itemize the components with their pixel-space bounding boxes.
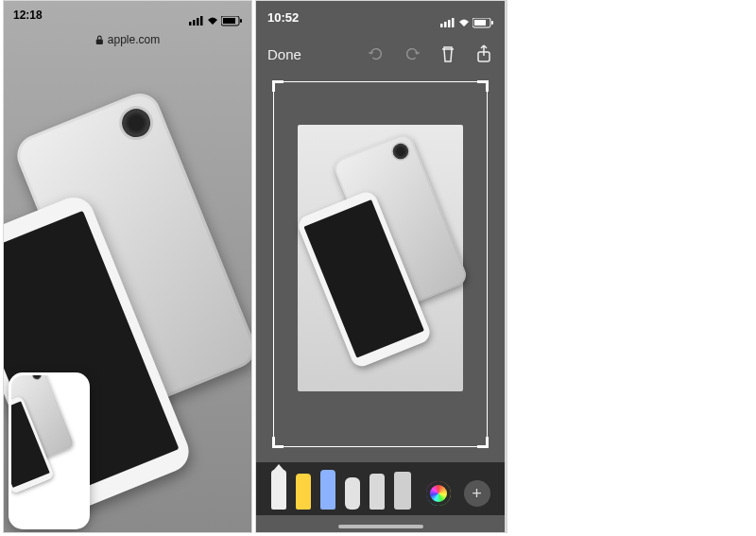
screenshot-panel-safari: 12:18 apple.com [3,0,252,533]
undo-button[interactable] [367,44,386,63]
pen-tool[interactable] [271,470,286,510]
url-host: apple.com [108,33,160,46]
markup-tool-palette: + [256,462,505,515]
svg-rect-11 [452,18,455,27]
highlighter-tool[interactable] [296,474,311,510]
svg-rect-1 [193,20,196,26]
crop-handle-bl[interactable] [272,437,284,448]
screenshot-thumbnail[interactable] [11,375,87,527]
screenshot-panel-fullpage: 5:04 Done Screen Full Page 5:04 ••• ▂▅ [506,0,507,533]
svg-rect-10 [448,20,451,27]
delete-button[interactable] [438,44,457,63]
svg-rect-13 [491,21,493,25]
address-bar[interactable]: apple.com [95,33,160,46]
status-bar: 10:52 [256,1,505,35]
ruler-tool[interactable] [394,472,411,510]
svg-rect-2 [197,18,199,26]
lasso-tool[interactable] [369,474,385,510]
cellular-icon [189,16,204,26]
wifi-icon [457,18,471,27]
share-button[interactable] [474,44,493,63]
svg-rect-9 [444,22,447,27]
crop-handle-tr[interactable] [477,80,489,92]
status-indicators [189,9,242,33]
crop-handle-br[interactable] [477,437,489,448]
svg-rect-6 [223,18,235,24]
svg-rect-7 [96,39,103,43]
redo-button[interactable] [403,44,421,63]
crop-frame[interactable] [273,81,488,447]
lock-icon [95,35,104,45]
done-button[interactable]: Done [267,46,301,62]
add-shape-button[interactable]: + [464,480,490,507]
markup-tool-palette: + [507,466,507,519]
home-indicator[interactable] [338,525,423,528]
status-bar: 12:18 [4,1,251,33]
svg-rect-14 [474,20,486,26]
svg-rect-0 [189,22,192,26]
markup-toolbar: Done [256,35,505,73]
status-bar: 5:04 [507,1,507,35]
pencil-tool[interactable] [320,470,335,510]
status-indicators [440,10,493,35]
svg-rect-3 [200,16,203,26]
crop-handle-tl[interactable] [272,80,284,92]
cellular-icon [440,18,455,27]
battery-icon [472,18,493,28]
clock: 12:18 [13,9,43,33]
battery-icon [221,16,242,26]
markup-toolbar: Done [507,35,507,73]
svg-rect-8 [440,24,443,27]
svg-rect-5 [240,19,242,23]
eraser-tool[interactable] [345,477,360,510]
site-logo: iGEEKSBL❖G [506,130,507,144]
color-picker[interactable] [426,481,451,506]
screenshot-panel-markup: 10:52 Done + [255,0,506,533]
camera-icon [118,105,155,142]
wifi-icon [206,16,219,26]
screenshot-canvas[interactable] [298,125,463,391]
clock: 10:52 [267,10,299,35]
